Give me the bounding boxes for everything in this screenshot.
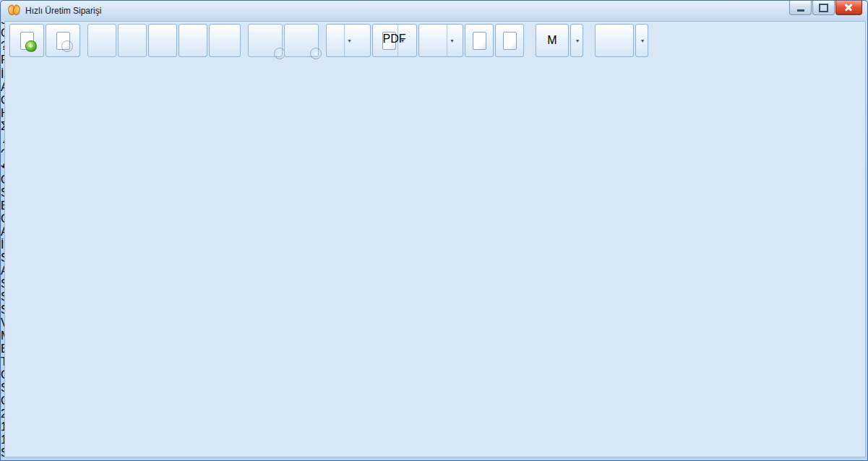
- next-record-button[interactable]: [148, 24, 177, 57]
- export-pdf-button[interactable]: PDF▾: [372, 24, 417, 57]
- m-module-icon: M: [547, 34, 557, 47]
- maximize-icon: [819, 4, 828, 12]
- last-record-button[interactable]: [179, 24, 207, 57]
- window-title: Hızlı Üretim Siparişi: [25, 6, 101, 16]
- cancel-save-button[interactable]: ×: [284, 24, 319, 57]
- design-tools-button[interactable]: [495, 24, 524, 57]
- window-controls: [789, 1, 862, 15]
- exit-dropdown[interactable]: ▾: [635, 24, 648, 57]
- save-button[interactable]: ✓: [248, 24, 283, 57]
- transfer-button[interactable]: ▾: [418, 24, 463, 57]
- transfer-dropdown[interactable]: ▾: [447, 25, 457, 56]
- import-button[interactable]: [465, 24, 494, 57]
- maximize-button[interactable]: [812, 1, 835, 15]
- window-titlebar: Hızlı Üretim Siparişi: [1, 1, 867, 21]
- minimize-button[interactable]: [789, 1, 812, 15]
- close-button[interactable]: [835, 1, 862, 15]
- print-button[interactable]: ▾: [326, 24, 371, 57]
- delete-record-icon: −: [56, 32, 70, 50]
- minimize-icon: [797, 9, 804, 12]
- previous-record-button[interactable]: [118, 24, 147, 57]
- butterfly-app-icon: [8, 5, 20, 17]
- exit-button[interactable]: [595, 24, 634, 57]
- module-m-button[interactable]: M: [536, 24, 569, 57]
- wrench-icon: [503, 32, 517, 50]
- print-dropdown[interactable]: ▾: [344, 25, 354, 56]
- module-m-dropdown[interactable]: ▾: [570, 24, 583, 57]
- toolbar: + − ✓ × ▾ PDF▾ ▾ M ▾ ▾: [9, 24, 648, 57]
- first-record-button[interactable]: [87, 24, 116, 57]
- app-window: Hızlı Üretim Siparişi + − ✓ × ▾ PDF▾ ▾ M…: [0, 0, 868, 461]
- refresh-button[interactable]: [209, 24, 241, 57]
- pdf-export-icon: PDF: [382, 32, 396, 50]
- new-record-button[interactable]: +: [9, 24, 44, 57]
- client-area: [4, 21, 866, 457]
- import-icon: [473, 32, 486, 50]
- transfer-icon: [425, 30, 445, 51]
- delete-record-button[interactable]: −: [46, 24, 80, 57]
- new-record-icon: +: [20, 32, 34, 50]
